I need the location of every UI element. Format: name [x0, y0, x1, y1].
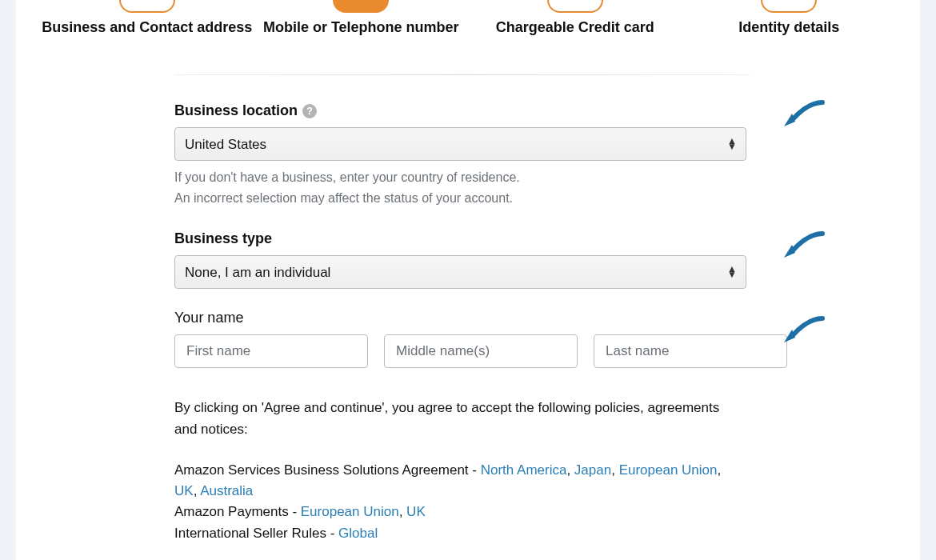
progress-steps: Business and Contact address Mobile or T… — [16, 0, 920, 36]
step-circle — [761, 0, 817, 13]
step-label: Identity details — [738, 19, 839, 36]
agreement-prefix: International Seller Rules - — [174, 526, 338, 541]
field-business-location: Business location ? United States ▲▼ If … — [174, 102, 746, 208]
first-name-input[interactable] — [174, 334, 368, 368]
business-location-label: Business location ? — [174, 102, 317, 119]
step-identity: Identity details — [682, 0, 897, 36]
agreement-prefix: Amazon Payments - — [174, 504, 301, 519]
divider — [174, 74, 750, 75]
agreement-line: Amazon Services Business Solutions Agree… — [174, 460, 746, 502]
business-type-select[interactable]: None, I am an individual — [174, 255, 746, 289]
business-type-label: Business type — [174, 230, 272, 247]
helper-line: An incorrect selection may affect the st… — [174, 188, 746, 209]
agree-notice: By clicking on 'Agree and continue', you… — [174, 397, 734, 440]
link-eu[interactable]: European Union — [619, 462, 718, 478]
annotation-arrow-icon — [773, 98, 827, 133]
step-label: Business and Contact address — [42, 19, 252, 36]
step-mobile: Mobile or Telephone number — [254, 0, 469, 36]
step-credit-card: Chargeable Credit card — [468, 0, 682, 36]
agreement-line: Amazon Payments - European Union, UK — [174, 502, 746, 522]
annotation-arrow-icon — [773, 229, 827, 264]
step-label: Chargeable Credit card — [496, 19, 654, 36]
link-australia[interactable]: Australia — [200, 483, 253, 498]
step-circle — [547, 0, 603, 13]
link-global[interactable]: Global — [338, 526, 378, 541]
help-icon[interactable]: ? — [302, 104, 317, 118]
agreements-list: Amazon Services Business Solutions Agree… — [174, 460, 746, 544]
link-north-america[interactable]: North America — [481, 462, 567, 478]
step-circle — [119, 0, 175, 13]
your-name-label: Your name — [174, 310, 746, 326]
agreement-line: International Seller Rules - Global — [174, 523, 746, 544]
business-location-select[interactable]: United States — [174, 127, 746, 161]
label-text: Business location — [174, 102, 298, 119]
middle-name-input[interactable] — [384, 334, 578, 368]
link-japan[interactable]: Japan — [574, 462, 611, 478]
agreement-prefix: Amazon Services Business Solutions Agree… — [174, 462, 481, 478]
step-label: Mobile or Telephone number — [263, 19, 459, 36]
field-your-name: Your name — [174, 310, 746, 368]
helper-line: If you don't have a business, enter your… — [174, 167, 746, 188]
link-eu-payments[interactable]: European Union — [301, 504, 399, 519]
last-name-input[interactable] — [594, 334, 787, 368]
step-circle-active — [333, 0, 389, 13]
link-uk[interactable]: UK — [174, 483, 194, 498]
business-location-helper: If you don't have a business, enter your… — [174, 167, 746, 208]
field-business-type: Business type None, I am an individual ▲… — [174, 230, 746, 289]
link-uk-payments[interactable]: UK — [406, 504, 426, 519]
step-business-contact: Business and Contact address — [40, 0, 254, 36]
